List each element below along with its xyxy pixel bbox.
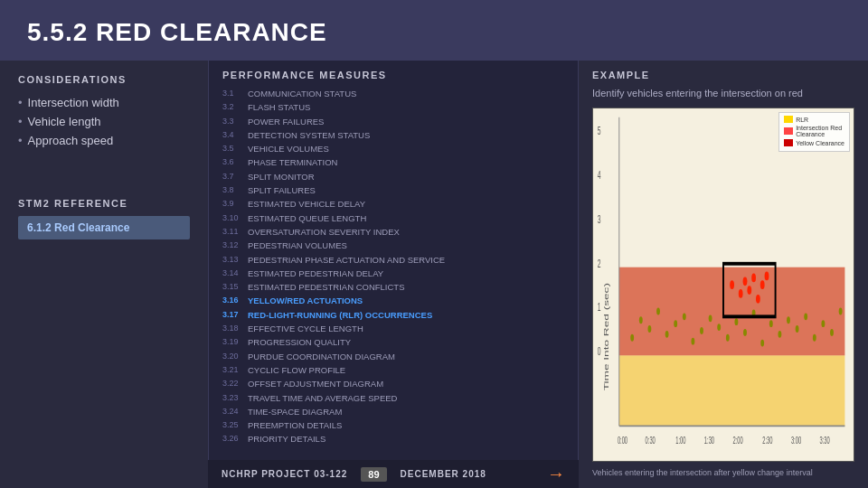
measure-text: ESTIMATED QUEUE LENGTH xyxy=(248,212,564,224)
measure-item-3-23: 3.23TRAVEL TIME AND AVERAGE SPEED xyxy=(222,392,564,404)
measure-text: FLASH STATUS xyxy=(248,101,564,113)
svg-text:1:00: 1:00 xyxy=(675,435,685,446)
measure-item-3-12: 3.12PEDESTRIAN VOLUMES xyxy=(222,239,564,251)
svg-text:2: 2 xyxy=(598,256,601,269)
svg-point-34 xyxy=(760,280,765,289)
ref-link-num: 6.1.2 xyxy=(27,221,52,234)
measure-item-3-25: 3.25PREEMPTION DETAILS xyxy=(222,419,564,431)
perf-label: PERFORMANCE MEASURES xyxy=(222,70,564,80)
measure-text: POWER FAILURES xyxy=(248,116,564,127)
legend-item-rlr: RLR xyxy=(784,116,844,123)
chart-area: 5 4 3 2 1 0 0:00 0:30 1:00 1:30 2:00 2:3… xyxy=(592,108,854,462)
svg-point-25 xyxy=(821,320,825,327)
list-item-vehicle-length: Vehicle length xyxy=(18,115,190,128)
svg-point-31 xyxy=(747,286,751,295)
measure-list: 3.1COMMUNICATION STATUS3.2FLASH STATUS3.… xyxy=(222,88,564,446)
svg-point-24 xyxy=(813,334,816,342)
right-panel: EXAMPLE Identify vehicles entering the i… xyxy=(579,61,868,488)
svg-text:2:30: 2:30 xyxy=(762,435,772,446)
measure-num: 3.15 xyxy=(222,281,248,293)
measure-num: 3.25 xyxy=(222,419,248,431)
measure-text: ESTIMATED VEHICLE DELAY xyxy=(248,198,564,210)
svg-text:3: 3 xyxy=(598,211,601,225)
svg-point-16 xyxy=(743,329,747,336)
svg-point-23 xyxy=(804,313,807,320)
legend-item-red-clearance: Intersection RedClearance xyxy=(784,125,844,137)
measure-num: 3.21 xyxy=(222,364,248,376)
measure-item-3-24: 3.24TIME-SPACE DIAGRAM xyxy=(222,406,564,418)
svg-point-5 xyxy=(647,325,651,333)
svg-point-7 xyxy=(665,331,669,338)
middle-and-bottom: PERFORMANCE MEASURES 3.1COMMUNICATION ST… xyxy=(208,61,579,488)
measure-num: 3.13 xyxy=(222,254,248,266)
measure-item-3-9: 3.9ESTIMATED VEHICLE DELAY xyxy=(222,198,564,210)
measure-text: PRIORITY DETAILS xyxy=(248,433,564,445)
svg-point-9 xyxy=(683,313,686,320)
svg-point-26 xyxy=(830,329,834,336)
svg-point-21 xyxy=(787,316,790,324)
svg-text:5: 5 xyxy=(598,124,601,137)
measure-item-3-15: 3.15ESTIMATED PEDESTRIAN CONFLICTS xyxy=(222,281,564,293)
measure-item-3-22: 3.22OFFSET ADJUSTMENT DIAGRAM xyxy=(222,378,564,389)
list-item-intersection-width: Intersection width xyxy=(18,96,190,109)
measure-num: 3.2 xyxy=(222,101,248,113)
measure-num: 3.18 xyxy=(222,323,248,334)
measure-text: OVERSATURATION SEVERITY INDEX xyxy=(248,226,564,238)
svg-point-18 xyxy=(760,340,764,347)
svg-point-32 xyxy=(751,274,756,283)
measure-text: RED-LIGHT-RUNNING (RLR) OCCURRENCES xyxy=(248,309,564,321)
measure-num: 3.14 xyxy=(222,267,248,279)
svg-point-20 xyxy=(778,331,781,338)
svg-point-12 xyxy=(709,314,712,322)
measure-item-3-26: 3.26PRIORITY DETAILS xyxy=(222,433,564,445)
list-item-approach-speed: Approach speed xyxy=(18,134,190,147)
svg-text:4: 4 xyxy=(598,167,601,181)
measure-item-3-7: 3.7SPLIT MONITOR xyxy=(222,171,564,183)
measure-item-3-8: 3.8SPLIT FAILURES xyxy=(222,184,564,196)
measure-item-3-2: 3.2FLASH STATUS xyxy=(222,101,564,113)
example-label: EXAMPLE xyxy=(592,70,854,80)
measure-num: 3.26 xyxy=(222,433,248,445)
measure-item-3-14: 3.14ESTIMATED PEDESTRIAN DELAY xyxy=(222,267,564,279)
measure-item-3-4: 3.4DETECTION SYSTEM STATUS xyxy=(222,129,564,141)
svg-point-28 xyxy=(730,280,734,289)
svg-text:1:30: 1:30 xyxy=(704,435,714,446)
svg-point-30 xyxy=(743,277,748,286)
measure-text: PURDUE COORDINATION DIAGRAM xyxy=(248,351,564,362)
measure-item-3-13: 3.13PEDESTRIAN PHASE ACTUATION AND SERVI… xyxy=(222,254,564,266)
next-arrow-icon[interactable]: → xyxy=(547,464,565,484)
ref-link-text: Red Clearance xyxy=(54,221,129,234)
measure-text: PEDESTRIAN PHASE ACTUATION AND SERVICE xyxy=(248,254,564,266)
measure-num: 3.10 xyxy=(222,212,248,224)
svg-text:2:00: 2:00 xyxy=(733,435,743,446)
svg-point-33 xyxy=(756,295,760,304)
measure-text: SPLIT MONITOR xyxy=(248,171,564,183)
svg-point-22 xyxy=(796,325,799,333)
ref-link[interactable]: 6.1.2 Red Clearance xyxy=(18,216,190,239)
measure-num: 3.19 xyxy=(222,336,248,348)
legend-swatch-yellow xyxy=(784,139,793,146)
measure-text: PROGRESSION QUALITY xyxy=(248,336,564,348)
header: 5.5.2 RED CLEARANCE xyxy=(0,0,868,61)
legend-label-yellow: Yellow Clearance xyxy=(796,140,844,146)
measure-text: SPLIT FAILURES xyxy=(248,184,564,196)
side-note: Vehicles entering the intersection after… xyxy=(592,467,854,479)
legend-swatch-red-clearance xyxy=(784,127,793,135)
svg-point-14 xyxy=(726,334,730,342)
measure-text: TIME-SPACE DIAGRAM xyxy=(248,406,564,418)
page: 5.5.2 RED CLEARANCE CONSIDERATIONS Inter… xyxy=(0,0,868,488)
stm2-label: STM2 REFERENCE xyxy=(18,198,190,209)
measure-item-3-16: 3.16YELLOW/RED ACTUATIONS xyxy=(222,295,564,306)
measure-item-3-1: 3.1COMMUNICATION STATUS xyxy=(222,88,564,99)
measure-text: PHASE TERMINATION xyxy=(248,156,564,168)
considerations-label: CONSIDERATIONS xyxy=(18,74,190,85)
nchrp-label: NCHRP PROJECT 03-122 xyxy=(222,469,347,479)
svg-point-11 xyxy=(700,327,703,334)
measure-item-3-20: 3.20PURDUE COORDINATION DIAGRAM xyxy=(222,351,564,362)
measure-text: VEHICLE VOLUMES xyxy=(248,143,564,155)
measure-num: 3.24 xyxy=(222,406,248,418)
chart-legend: RLR Intersection RedClearance Yellow Cle… xyxy=(778,112,850,152)
measure-num: 3.20 xyxy=(222,351,248,362)
measure-item-3-11: 3.11OVERSATURATION SEVERITY INDEX xyxy=(222,226,564,238)
svg-point-10 xyxy=(691,338,694,345)
